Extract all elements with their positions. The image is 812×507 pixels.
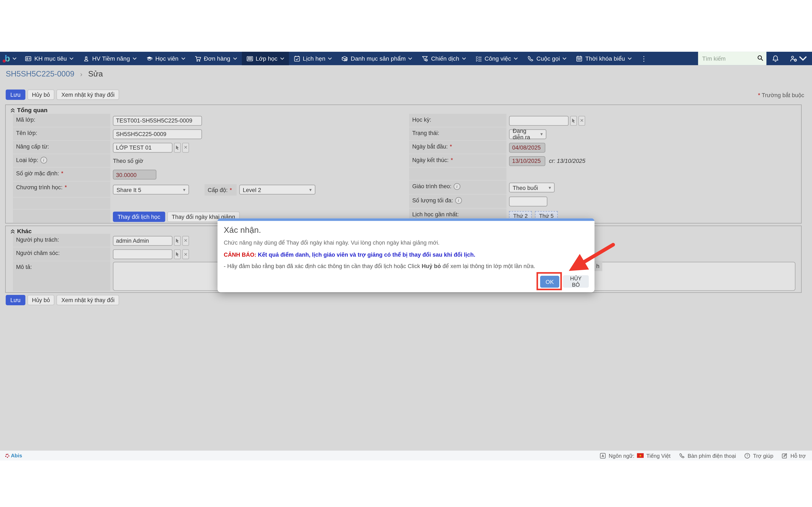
section-overview-header[interactable]: Tổng quan [10, 107, 48, 113]
nav-item-label: Chiến dịch [431, 55, 459, 61]
nav-item-hv-tiem-nang[interactable]: HV Tiềm năng [78, 52, 141, 65]
user-settings-button[interactable] [784, 52, 812, 65]
nav-item-chien-dich[interactable]: $ Chiến dịch [417, 52, 470, 65]
clear-field-button[interactable]: ✕ [578, 116, 585, 125]
empty-row [409, 168, 798, 180]
chuong-trinh-select[interactable]: Share It 5▾ [113, 185, 189, 194]
trang-thai-select[interactable]: Đang diễn ra▾ [509, 129, 546, 139]
dialog-cancel-button[interactable]: HỦY BỎ [563, 275, 589, 288]
nav-item-label: Đơn hàng [204, 55, 230, 61]
language-value: Tiếng Việt [646, 452, 670, 459]
ok-button[interactable]: OK [540, 276, 559, 287]
breadcrumb-record-link[interactable]: SH5SH5C225-0009 [6, 69, 74, 78]
language-switcher[interactable]: A Ngôn ngữ: ★ Tiếng Việt [600, 452, 670, 459]
overview-right-column: Học kỳ: ✕ Trạng thái: Đang diễn ra▾ Ngày… [409, 114, 798, 222]
hoc-ky-input[interactable] [509, 116, 569, 125]
field-row-giao-trinh: Giáo trình theo:i Theo buổi▾ [409, 181, 798, 194]
nav-item-hoc-vien[interactable]: Học viên [141, 52, 190, 65]
nav-item-don-hang[interactable]: Đơn hàng [190, 52, 242, 65]
hidden-button-fragment: h [594, 261, 602, 271]
graduation-cap-icon [146, 55, 153, 62]
save-button[interactable]: Lưu [6, 90, 25, 100]
field-label: Tên lớp: [13, 127, 110, 140]
calendar-check-icon [294, 55, 300, 62]
nav-item-kh-muc-tieu[interactable]: KH mục tiêu [20, 52, 78, 65]
more-menu-icon[interactable]: ⋮ [636, 52, 651, 65]
field-row-nang-cap-tu: Nâng cấp từ: ✕ [13, 141, 401, 154]
clear-field-button[interactable]: ✕ [182, 236, 189, 246]
abis-logo-icon [5, 454, 9, 458]
ngay-bat-dau-input [509, 143, 545, 153]
search-input[interactable] [701, 55, 755, 62]
nang-cap-tu-input[interactable] [113, 143, 172, 153]
field-row-so-gio: Số giờ mặc định:* [13, 168, 401, 181]
field-label-empty [13, 210, 110, 223]
field-label: Giáo trình theo:i [409, 181, 506, 194]
field-label: Loại lớp:i [13, 154, 110, 167]
info-icon[interactable]: i [455, 197, 462, 204]
record-picker-button[interactable] [174, 249, 181, 259]
cart-icon [195, 55, 201, 62]
footer-links: A Ngôn ngữ: ★ Tiếng Việt Bàn phím điện t… [600, 452, 812, 459]
global-search[interactable] [698, 52, 766, 65]
section-other-header[interactable]: Khác [10, 228, 32, 234]
cap-do-select[interactable]: Level 2▾ [239, 185, 315, 194]
clear-field-button[interactable]: ✕ [182, 143, 189, 153]
view-changelog-button[interactable]: Xem nhật ký thay đổi [57, 295, 119, 305]
giao-trinh-select[interactable]: Theo buổi▾ [509, 182, 555, 192]
nav-item-cong-viec[interactable]: Công việc [470, 52, 522, 65]
field-label-empty [13, 198, 110, 209]
nav-item-lich-hen[interactable]: Lịch hẹn [289, 52, 337, 65]
phone-keyboard-link[interactable]: Bàn phím điện thoại [679, 452, 736, 459]
edit-icon [781, 452, 788, 459]
field-row-ngay-ket-thuc: Ngày kết thúc:* cr: 13/10/2025 [409, 154, 798, 167]
cancel-button[interactable]: Hủy bỏ [27, 295, 55, 305]
support-link[interactable]: Hỗ trợ [781, 452, 806, 459]
nguoi-phu-trach-input[interactable] [113, 236, 172, 246]
field-row-so-luong: Số lượng tối đa:i [409, 194, 798, 208]
field-label-empty [409, 168, 506, 180]
ten-lop-input[interactable] [113, 129, 202, 139]
clear-field-button[interactable]: ✕ [182, 249, 189, 259]
nguoi-cham-soc-input[interactable] [113, 249, 172, 259]
empty-row [13, 198, 401, 209]
record-picker-button[interactable] [570, 116, 577, 125]
record-picker-button[interactable] [174, 143, 181, 153]
field-row-trang-thai: Trạng thái: Đang diễn ra▾ [409, 127, 798, 140]
record-picker-button[interactable] [174, 236, 181, 246]
nav-item-lop-hoc[interactable]: Lớp học [242, 52, 289, 65]
notifications-button[interactable] [766, 52, 784, 65]
chevron-down-icon [133, 57, 137, 60]
nav-item-thoi-khoa-bieu[interactable]: Thời khóa biểu [571, 52, 637, 65]
chevron-down-icon [462, 57, 466, 60]
so-luong-toi-da-input[interactable] [509, 197, 547, 207]
top-navigation-bar: b KH mục tiêu HV Tiềm năng Học viên Đơn … [0, 52, 812, 65]
bell-icon [772, 55, 779, 62]
field-label: Số giờ mặc định:* [13, 168, 110, 181]
footer-logo[interactable]: Abis [0, 453, 22, 458]
breadcrumb-separator: › [80, 70, 83, 78]
view-changelog-button[interactable]: Xem nhật ký thay đổi [57, 90, 119, 100]
brand-menu[interactable]: b [0, 52, 20, 65]
cancel-button[interactable]: Hủy bỏ [27, 90, 55, 100]
save-button[interactable]: Lưu [6, 295, 25, 305]
toolbar-bottom: Lưu Hủy bỏ Xem nhật ký thay đổi [6, 295, 119, 305]
chevron-down-icon [627, 57, 632, 60]
search-icon[interactable] [757, 54, 763, 63]
ma-lop-input[interactable] [113, 116, 202, 125]
nav-item-cuoc-goi[interactable]: Cuộc gọi [522, 52, 571, 65]
person-crown-icon [83, 55, 90, 62]
task-list-icon [475, 55, 482, 62]
change-schedule-button[interactable]: Thay đổi lịch học [113, 211, 165, 222]
brand-logo: b [5, 54, 10, 63]
field-label: Chương trình học:* [13, 182, 110, 197]
help-link[interactable]: ? Trợ giúp [744, 452, 773, 459]
field-row-hoc-ky: Học kỳ: ✕ [409, 114, 798, 127]
collapse-chevrons-icon [10, 108, 15, 113]
info-icon[interactable]: i [454, 183, 460, 190]
info-icon[interactable]: i [40, 157, 47, 164]
phone-icon [527, 55, 534, 62]
field-label: Ngày kết thúc:* [409, 154, 506, 167]
nav-item-danh-muc-san-pham[interactable]: Danh mục sản phẩm [337, 52, 417, 65]
chevron-down-icon [799, 55, 807, 62]
